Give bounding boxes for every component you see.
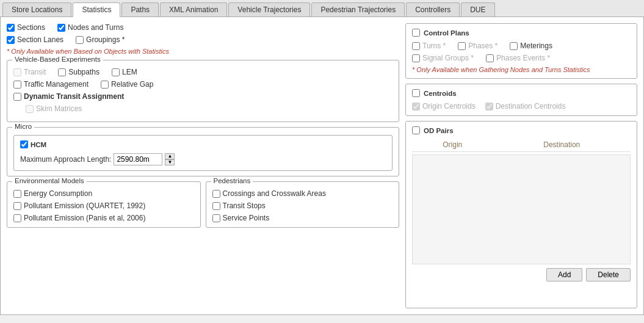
micro-group: Micro HCM Maximum Approach Length: ▲ ▼: [7, 127, 399, 176]
availability-note: * Only Available when Based on Objects w…: [7, 48, 399, 55]
cp-meterings-checkbox[interactable]: [510, 42, 518, 50]
second-checkbox-row: Section Lanes Groupings *: [7, 35, 399, 44]
cp-phases-events-item: Phases Events *: [486, 54, 550, 62]
spinner-down-button[interactable]: ▼: [165, 159, 175, 165]
od-table: Origin Destination: [412, 138, 631, 152]
delete-button[interactable]: Delete: [586, 268, 631, 281]
max-approach-container: Maximum Approach Length: ▲ ▼: [20, 153, 386, 165]
relative-gap-checkbox[interactable]: [101, 81, 109, 89]
transit-stops-checkbox-item: Transit Stops: [212, 201, 393, 210]
vehicle-row1: Transit Subpaths LEM: [13, 68, 393, 76]
skim-matrices-checkbox-item: Skim Matrices: [26, 104, 82, 113]
ped-title: Pedestrians: [211, 177, 253, 184]
od-col-destination: Destination: [493, 138, 631, 152]
traffic-mgmt-label: Traffic Management: [24, 80, 89, 89]
right-note: * Only Available when Gathering Nodes an…: [412, 66, 631, 73]
crossings-checkbox-item: Crossings and Crosswalk Areas: [212, 189, 393, 198]
origin-centroids-label: Origin Centroids: [422, 102, 476, 111]
hcm-label: HCM: [31, 141, 46, 148]
vehicle-experiments-group: Vehicle-Based Experiments Transit Subpat…: [7, 60, 399, 122]
centroids-inner: Origin Centroids Destination Centroids: [412, 102, 631, 111]
env-title: Environmental Models: [12, 177, 87, 184]
sections-checkbox[interactable]: [7, 24, 15, 32]
service-points-checkbox[interactable]: [212, 214, 220, 222]
centroids-checkbox[interactable]: [412, 89, 420, 97]
control-plans-inner: Turns * Phases * Meterings Signal Groups: [412, 42, 631, 73]
crossings-label: Crossings and Crosswalk Areas: [223, 189, 326, 198]
cp-signal-groups-item: Signal Groups *: [412, 54, 474, 62]
vehicle-row2: Traffic Management Relative Gap: [13, 80, 393, 89]
cp-turns-checkbox[interactable]: [412, 42, 420, 50]
tab-pedestrian-trajectories[interactable]: Pedestrian Trajectories: [311, 2, 405, 16]
cp-signal-groups-label: Signal Groups *: [422, 54, 474, 62]
sections-checkbox-item: Sections: [7, 23, 45, 32]
pollutant2-checkbox-item: Pollutant Emission (Panis et al, 2006): [13, 214, 194, 222]
section-lanes-checkbox[interactable]: [7, 36, 15, 44]
ped-box: Pedestrians Crossings and Crosswalk Area…: [206, 181, 400, 228]
spinner-up-button[interactable]: ▲: [165, 153, 175, 159]
dynamic-transit-label: Dynamic Transit Assignment: [24, 92, 124, 101]
hcm-checkbox[interactable]: [20, 140, 28, 148]
tab-statistics[interactable]: Statistics: [73, 2, 120, 17]
cp-phases-events-checkbox[interactable]: [486, 54, 494, 62]
transit-label: Transit: [24, 68, 46, 76]
hcm-group: HCM Maximum Approach Length: ▲ ▼: [13, 135, 393, 171]
vehicle-experiments-title: Vehicle-Based Experiments: [12, 56, 103, 63]
tab-due[interactable]: DUE: [461, 2, 494, 16]
traffic-mgmt-checkbox[interactable]: [13, 81, 21, 89]
nodes-turns-label: Nodes and Turns: [68, 23, 123, 32]
energy-checkbox[interactable]: [13, 190, 21, 198]
pollutant1-checkbox-item: Pollutant Emission (QUARTET, 1992): [13, 201, 194, 210]
subpaths-checkbox[interactable]: [58, 68, 66, 76]
pollutant1-checkbox[interactable]: [13, 202, 21, 210]
destination-centroids-item: Destination Centroids: [485, 102, 566, 111]
centroids-section: Centroids Origin Centroids Destination C…: [405, 84, 637, 116]
cp-meterings-label: Meterings: [520, 42, 552, 50]
tab-store-locations[interactable]: Store Locations: [2, 2, 71, 16]
transit-checkbox[interactable]: [13, 68, 21, 76]
control-plans-label: Control Plans: [424, 29, 469, 37]
dynamic-transit-checkbox[interactable]: [13, 93, 21, 101]
od-pairs-header: OD Pairs: [412, 126, 631, 134]
cp-signal-groups-checkbox[interactable]: [412, 54, 420, 62]
cp-phases-checkbox[interactable]: [458, 42, 466, 50]
hcm-checkbox-item: HCM: [20, 140, 386, 148]
lem-label: LEM: [122, 68, 137, 76]
groupings-checkbox[interactable]: [76, 36, 84, 44]
transit-stops-checkbox[interactable]: [212, 202, 220, 210]
energy-label: Energy Consumption: [24, 189, 92, 198]
service-points-label: Service Points: [223, 214, 270, 222]
content-area: Sections Nodes and Turns Section Lanes G…: [0, 17, 644, 315]
pollutant1-label: Pollutant Emission (QUARTET, 1992): [24, 201, 145, 210]
subpaths-checkbox-item: Subpaths: [58, 68, 99, 76]
groupings-label: Groupings *: [86, 35, 125, 44]
lem-checkbox-item: LEM: [112, 68, 137, 76]
max-approach-input[interactable]: [114, 153, 162, 165]
env-inner: Energy Consumption Pollutant Emission (Q…: [13, 189, 194, 222]
tab-xml-animation[interactable]: XML Animation: [160, 2, 227, 16]
tab-paths[interactable]: Paths: [121, 2, 159, 16]
pollutant2-checkbox[interactable]: [13, 214, 21, 222]
skim-matrices-checkbox[interactable]: [26, 105, 34, 113]
lem-checkbox[interactable]: [112, 68, 120, 76]
vehicle-row3: Dynamic Transit Assignment: [13, 92, 393, 101]
tab-vehicle-trajectories[interactable]: Vehicle Trajectories: [228, 2, 310, 16]
nodes-turns-checkbox[interactable]: [57, 24, 65, 32]
od-grid-area: [412, 154, 631, 264]
cp-meterings-item: Meterings: [510, 42, 552, 50]
ped-inner: Crossings and Crosswalk Areas Transit St…: [212, 189, 393, 222]
control-plans-checkbox[interactable]: [412, 29, 420, 37]
control-plans-row1: Turns * Phases * Meterings: [412, 42, 631, 50]
tab-controllers[interactable]: Controllers: [406, 2, 460, 16]
max-approach-label: Maximum Approach Length:: [20, 155, 111, 164]
origin-centroids-checkbox[interactable]: [412, 103, 420, 111]
nodes-turns-checkbox-item: Nodes and Turns: [57, 23, 123, 32]
energy-checkbox-item: Energy Consumption: [13, 189, 194, 198]
crossings-checkbox[interactable]: [212, 190, 220, 198]
od-pairs-checkbox[interactable]: [412, 126, 420, 134]
cp-phases-label: Phases *: [468, 42, 497, 50]
add-button[interactable]: Add: [546, 268, 582, 281]
vehicle-experiments-inner: Transit Subpaths LEM Traffic Management: [13, 68, 393, 113]
od-pairs-section: OD Pairs Origin Destination Add Delete: [405, 121, 637, 308]
destination-centroids-checkbox[interactable]: [485, 103, 493, 111]
